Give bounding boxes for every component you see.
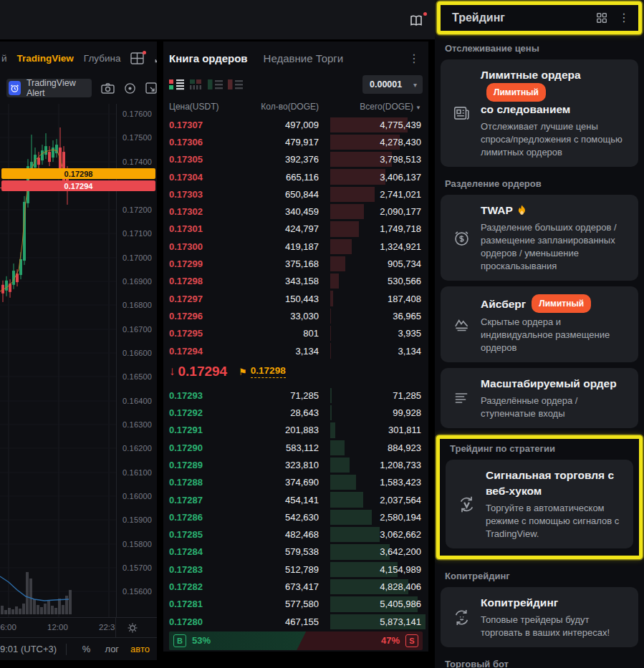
orderbook-row[interactable]: 0.1729228,64399,928	[163, 404, 428, 421]
orderbook-row[interactable]: 0.17284579,5383,642,200	[163, 543, 428, 561]
qty-cell: 497,009	[234, 120, 319, 130]
price-axis-label: 0.16100	[122, 468, 152, 477]
qty-cell: 665,116	[234, 172, 319, 183]
orderbook-header: Книга ордеров Недавние Торги ⋮	[163, 42, 428, 64]
flagged-price[interactable]: 0.17298	[251, 365, 286, 378]
total-cell: 3,935	[319, 328, 421, 339]
orderbook-row[interactable]: 0.17307497,0094,775,439	[163, 116, 428, 133]
orderbook-row[interactable]: 0.17297150,443187,408	[163, 290, 428, 307]
orders-book-icon[interactable]	[408, 14, 426, 29]
axis-settings-gear-icon[interactable]	[127, 622, 138, 636]
camera-icon[interactable]	[101, 82, 115, 94]
copy-trading-icon	[451, 595, 472, 639]
tab-tradingview[interactable]: TradingView	[17, 53, 74, 64]
orderbook-row[interactable]: 0.17288374,6901,583,423	[163, 474, 428, 491]
fullscreen-icon[interactable]	[154, 53, 157, 64]
orderbook-row[interactable]: 0.17304665,1163,406,137	[163, 168, 428, 185]
tool-card[interactable]: Масштабируемый ордерРазделённые ордера /…	[441, 368, 638, 428]
price-axis-label: 0.15900	[122, 515, 152, 524]
total-cell: 1,324,921	[319, 241, 421, 252]
view-both-sides-icon[interactable]	[169, 79, 184, 90]
qty-cell: 673,417	[234, 581, 319, 592]
buy-sell-ratio-bar: B 53% 47% S	[169, 631, 423, 650]
orderbook-asks: 0.17307497,0094,775,4390.17306479,9174,2…	[163, 116, 428, 359]
total-cell: 884,923	[319, 442, 421, 453]
column-qty[interactable]: Кол-во(DOGE)	[234, 102, 319, 112]
tool-card[interactable]: КопитрейдингТоповые трейдеры будут торго…	[441, 587, 638, 647]
orderbook-row[interactable]: 0.1729633,03036,965	[163, 307, 428, 324]
orderbook-row[interactable]: 0.17301424,7971,749,718	[163, 221, 428, 238]
precision-dropdown[interactable]: 0.00001 ▾	[362, 75, 423, 94]
clock-utc-label[interactable]: 9:01 (UTC+3)	[0, 644, 63, 654]
orderbook-row[interactable]: 0.17299375,168905,734	[163, 255, 428, 272]
orderbook-row[interactable]: 0.17290583,112884,923	[163, 439, 428, 456]
flag-price-badge[interactable]: 0.17298	[1, 168, 155, 179]
total-cell: 3,642,200	[319, 546, 421, 557]
orderbook-row[interactable]: 0.1729371,28571,285	[163, 387, 428, 404]
chart-tabs: й TradingView Глубина	[0, 43, 157, 73]
auto-scale-button[interactable]: авто	[130, 644, 150, 654]
orderbook-row[interactable]: 0.17281577,5805,405,986	[163, 596, 428, 613]
price-axis-label: 0.17600	[122, 110, 152, 118]
column-total[interactable]: Всего(DOGE)▼	[319, 102, 421, 112]
card-body: Масштабируемый ордерРазделённые ордера /…	[481, 376, 628, 420]
view-columns-icon[interactable]	[189, 79, 203, 90]
column-price[interactable]: Цена(USDT)	[169, 102, 234, 112]
chart-canvas[interactable]: 0.176000.175000.174000.172000.171000.170…	[0, 104, 157, 617]
qty-cell: 323,810	[234, 460, 319, 470]
tab-recent-trades[interactable]: Недавние Торги	[264, 52, 344, 64]
price-axis-label: 0.17000	[122, 253, 152, 262]
orderbook-row[interactable]: 0.17285482,4683,062,662	[163, 526, 428, 543]
orderbook-row[interactable]: 0.17300419,1871,324,921	[163, 238, 428, 255]
tool-card[interactable]: АйсбергЛимитныйСкрытые ордера и индивиду…	[441, 286, 638, 362]
tool-card[interactable]: Сигнальная торговля с веб-хукомТоргуйте …	[446, 460, 633, 548]
orderbook-row[interactable]: 0.17280467,1555,873,141	[163, 613, 428, 630]
tab-cutoff[interactable]: й	[1, 53, 7, 64]
chart-layout-grid-icon[interactable]	[130, 52, 144, 64]
orderbook-row[interactable]: 0.17291201,883301,811	[163, 422, 428, 439]
total-cell: 301,811	[319, 425, 421, 435]
log-scale-button[interactable]: лог	[105, 644, 119, 654]
price-axis-label: 0.16600	[122, 349, 152, 357]
total-cell: 3,062,662	[319, 529, 421, 540]
total-cell: 4,775,439	[319, 120, 421, 130]
tab-depth[interactable]: Глубина	[84, 53, 121, 64]
orderbook-row[interactable]: 0.17282673,4174,828,406	[163, 578, 428, 595]
tool-card[interactable]: Лимитные ордераЛимитныйсо следованиемОтс…	[441, 59, 638, 167]
highlight-box-header: Трейдинг ⋮	[437, 1, 642, 34]
settings-target-icon[interactable]	[124, 82, 136, 95]
screenshot-icon[interactable]	[145, 82, 157, 94]
tab-orderbook[interactable]: Книга ордеров	[169, 52, 248, 64]
orderbook-row[interactable]: 0.17305392,3763,798,513	[163, 151, 428, 168]
kebab-menu-icon[interactable]: ⋮	[408, 53, 420, 64]
last-price-badge[interactable]: 0.17294	[1, 180, 155, 191]
orderbook-row[interactable]: 0.17302340,4592,090,177	[163, 203, 428, 220]
orderbook-row[interactable]: 0.17286542,6302,580,194	[163, 508, 428, 526]
qty-cell: 424,797	[234, 223, 319, 234]
price-cell: 0.17305	[169, 154, 234, 165]
orderbook-row[interactable]: 0.17289323,8101,208,733	[163, 456, 428, 473]
percent-scale-button[interactable]: %	[82, 644, 91, 654]
orderbook-row[interactable]: 0.17287454,1412,037,564	[163, 491, 428, 508]
trading-tools-panel: Трейдинг ⋮ Отслеживание ценыЛимитные орд…	[435, 0, 644, 668]
orderbook-row[interactable]: 0.172958013,935	[163, 325, 428, 342]
tradingview-alert-button[interactable]: TradingView Alert	[6, 79, 92, 97]
kebab-menu-icon[interactable]: ⋮	[618, 12, 630, 24]
view-asks-only-icon[interactable]	[228, 79, 243, 90]
orderbook-row[interactable]: 0.17306479,9174,278,430	[163, 133, 428, 150]
card-description: Топовые трейдеры будут торговать в ваших…	[481, 614, 628, 639]
price-cell: 0.17290	[169, 442, 234, 453]
card-title: АйсбергЛимитный	[481, 294, 628, 313]
last-price-row[interactable]: ↓ 0.17294 ⚑ 0.17298	[163, 361, 428, 382]
qty-cell: 150,443	[234, 294, 319, 304]
orderbook-row[interactable]: 0.17283512,7894,154,989	[163, 561, 428, 578]
time-axis[interactable]: 06:0012:0022:3	[0, 617, 157, 637]
orderbook-row[interactable]: 0.17303650,8442,741,021	[163, 185, 428, 203]
orderbook-row[interactable]: 0.17298343,158530,566	[163, 273, 428, 290]
apps-grid-icon[interactable]	[595, 11, 608, 24]
tool-card[interactable]: TWAPРазделение больших ордеров / размеще…	[441, 195, 638, 281]
view-bids-only-icon[interactable]	[208, 79, 223, 90]
signal-webhook-icon	[456, 468, 477, 541]
qty-cell: 542,630	[234, 512, 319, 523]
orderbook-row[interactable]: 0.172943,1343,134	[163, 342, 428, 359]
